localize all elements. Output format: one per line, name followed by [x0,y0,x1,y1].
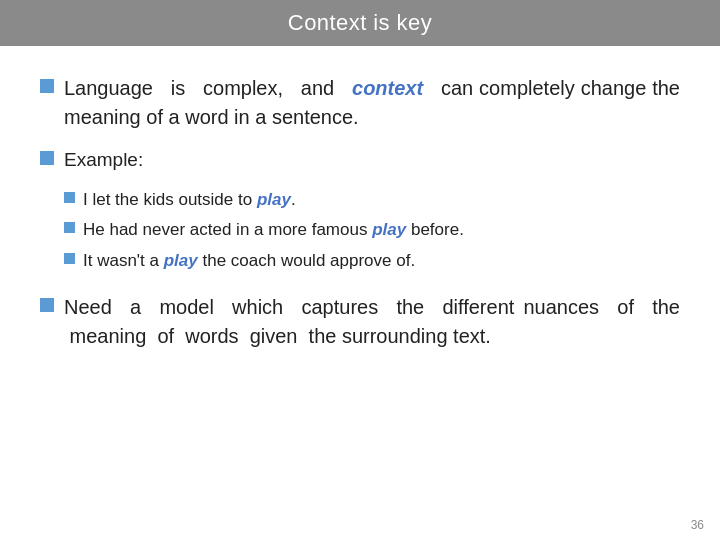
sub-bullet-3: It wasn't a play the coach would approve… [64,249,680,274]
bullet-item-1: Language is complex, and context can com… [40,74,680,132]
sub-bullet-text-1: I let the kids outside to play. [83,188,296,213]
context-word: context [352,77,423,99]
sub-bullet-text-2: He had never acted in a more famous play… [83,218,464,243]
sub-bullet-1: I let the kids outside to play. [64,188,680,213]
play-word-3: play [164,251,198,270]
bullet-text-3: Need a model which captures the differen… [64,293,680,351]
title-text: Context is key [288,10,432,35]
slide-number-text: 36 [691,518,704,532]
sub-bullets: I let the kids outside to play. He had n… [64,188,680,280]
slide-content: Language is complex, and context can com… [0,46,720,514]
slide-title: Context is key [0,0,720,46]
bullet-item-3: Need a model which captures the differen… [40,293,680,351]
play-word-2: play [372,220,406,239]
bullet-marker-2 [40,151,54,165]
bullet-marker-1 [40,79,54,93]
slide-number: 36 [0,514,720,540]
sub-bullet-text-3: It wasn't a play the coach would approve… [83,249,415,274]
bullet-text-2: Example: [64,146,143,174]
sub-bullet-marker-2 [64,222,75,233]
bullet-marker-3 [40,298,54,312]
sub-bullet-2: He had never acted in a more famous play… [64,218,680,243]
bullet-item-2: Example: [40,146,680,174]
sub-bullet-marker-3 [64,253,75,264]
slide: Context is key Language is complex, and … [0,0,720,540]
bullet-text-1: Language is complex, and context can com… [64,74,680,132]
play-word-1: play [257,190,291,209]
sub-bullet-marker-1 [64,192,75,203]
